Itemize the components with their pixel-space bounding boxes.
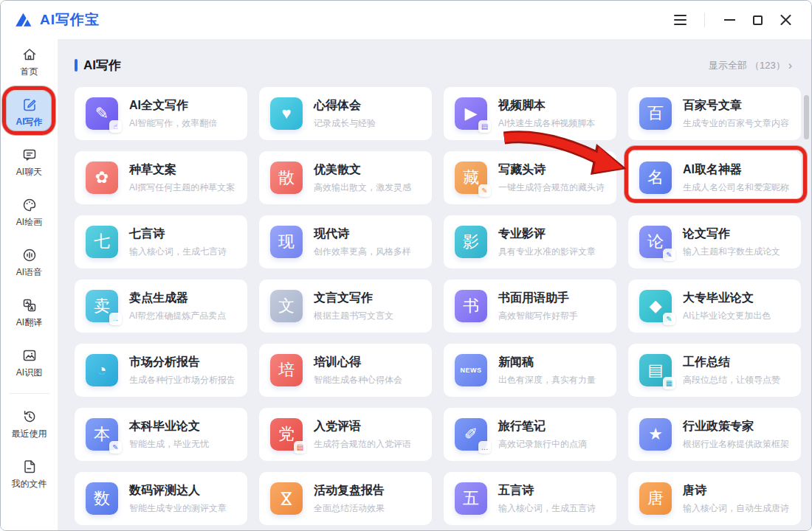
tool-card-11[interactable]: 论✎论文写作输入主题和字数生成论文 <box>628 215 801 268</box>
tool-card-text: 现代诗创作效率更高，风格多样 <box>314 226 411 258</box>
translate-icon <box>21 297 38 313</box>
sidebar-item-4[interactable]: AI语音 <box>6 241 53 284</box>
tool-card-subtitle: AI快速生成各种视频脚本 <box>498 117 595 130</box>
show-all-button[interactable]: 显示全部 （123） › <box>709 59 792 72</box>
sidebar-item-7[interactable]: 最近使用 <box>6 403 53 445</box>
chevron-right-icon: › <box>788 60 792 72</box>
show-all-label: 显示全部 <box>709 59 747 72</box>
tool-card-20[interactable]: 本✎本科毕业论文智能生成，毕业无忧 <box>75 408 247 461</box>
tool-card-10[interactable]: 影专业影评具有专业水准的影评文章 <box>444 215 616 268</box>
tool-icon: 数 <box>86 482 118 515</box>
tool-card-23[interactable]: ★行业政策专家根据行业名称提供政策框架 <box>628 408 801 461</box>
tool-card-25[interactable]: ⋈活动复盘报告全面总结活动效果 <box>259 472 432 525</box>
tool-card-27[interactable]: 唐唐诗输入核心词，自动生成唐诗 <box>628 472 801 525</box>
sidebar-item-6[interactable]: AI识图 <box>6 341 53 384</box>
tool-card-text: AI取名神器生成人名公司名和爱宠昵称 <box>683 162 789 194</box>
tool-card-title: 写藏头诗 <box>498 162 605 178</box>
tool-card-title: 市场分析报告 <box>129 355 235 370</box>
close-icon[interactable] <box>771 7 799 32</box>
file-icon <box>21 459 38 475</box>
tool-card-subtitle: 智能生成专业的测评文章 <box>129 502 227 515</box>
tool-icon: 文 <box>270 290 303 322</box>
tool-card-22[interactable]: ✐…旅行笔记高效记录旅行中的点滴 <box>444 408 616 461</box>
tool-card-subtitle: 创作效率更高，风格多样 <box>314 246 411 258</box>
tool-card-19[interactable]: ▤▦工作总结高段位总结，让领导点赞 <box>628 344 801 397</box>
tool-card-7[interactable]: 名AI取名神器生成人名公司名和爱宠昵称 <box>628 151 801 204</box>
tool-card-title: 七言诗 <box>129 226 227 242</box>
sidebar-item-label: AI识图 <box>16 367 42 379</box>
tool-badge-icon: ✎ <box>663 249 675 261</box>
tool-card-3[interactable]: 百百家号文章生成专业的百家号文章内容 <box>628 87 801 140</box>
tool-card-text: 新闻稿出色有深度，真实有力量 <box>498 355 596 386</box>
tool-card-14[interactable]: 书书面用语助手高效智能写作好帮手 <box>444 280 616 333</box>
tool-icon: 培 <box>270 354 303 386</box>
tool-card-text: 专业影评具有专业水准的影评文章 <box>498 226 596 258</box>
tool-card-13[interactable]: 文文言文写作根据主题书写文言文 <box>259 280 432 333</box>
tool-card-title: 入党评语 <box>314 419 411 434</box>
tool-card-24[interactable]: 数数码评测达人智能生成专业的测评文章 <box>75 472 247 525</box>
tool-icon: 现 <box>270 226 303 258</box>
tool-icon: NEWS <box>455 354 487 386</box>
app-logo-icon <box>14 10 33 30</box>
tool-icon: 卖→ <box>86 290 118 322</box>
sidebar-item-label: AI聊天 <box>16 166 42 178</box>
tool-card-5[interactable]: 散优美散文高效输出散文，激发灵感 <box>259 151 432 204</box>
tool-card-6[interactable]: 藏✎写藏头诗一键生成符合规范的藏头诗 <box>444 151 616 204</box>
maximize-icon[interactable] <box>743 7 771 32</box>
sidebar-item-1[interactable]: AI写作 <box>6 91 53 133</box>
accent-bar <box>75 59 78 72</box>
sidebar-item-0[interactable]: 首页 <box>6 41 53 83</box>
sidebar-item-label: AI写作 <box>16 116 43 128</box>
tool-card-text: 唐诗输入核心词，自动生成唐诗 <box>683 483 789 515</box>
write-icon <box>21 97 38 113</box>
menu-icon[interactable] <box>666 7 694 32</box>
tool-glyph: 七 <box>94 234 110 250</box>
paint-icon <box>21 197 38 213</box>
tool-card-subtitle: 高效记录旅行中的点滴 <box>498 438 587 451</box>
tool-badge-icon: ▤ <box>478 120 491 133</box>
tool-card-text: 文言文写作根据主题书写文言文 <box>314 291 393 322</box>
tool-card-title: 五言诗 <box>498 483 596 499</box>
tool-icon: ◔ <box>86 354 118 386</box>
sidebar-item-2[interactable]: AI聊天 <box>6 141 53 184</box>
sidebar-item-3[interactable]: AI绘画 <box>6 191 53 234</box>
tool-card-9[interactable]: 现现代诗创作效率更高，风格多样 <box>259 215 432 268</box>
tool-badge-icon: ▤ <box>294 441 306 454</box>
tool-glyph: 五 <box>463 490 479 507</box>
tool-card-subtitle: 输入核心词，生成七言诗 <box>129 246 227 258</box>
tool-card-18[interactable]: NEWS新闻稿出色有深度，真实有力量 <box>444 344 616 397</box>
tool-card-text: 工作总结高段位总结，让领导点赞 <box>683 355 780 386</box>
minimize-icon[interactable] <box>715 7 743 32</box>
scrollbar-thumb[interactable] <box>804 95 809 139</box>
tool-card-text: 活动复盘报告全面总结活动效果 <box>314 483 385 515</box>
tool-icon: 藏✎ <box>455 162 487 194</box>
tool-card-26[interactable]: 五五言诗输入核心词，生成五言诗 <box>444 472 616 525</box>
tool-card-0[interactable]: ✎☝AI全文写作AI智能写作，效率翻倍 <box>75 87 247 140</box>
tool-card-21[interactable]: 党▤入党评语生成符合规范的入党评语 <box>259 408 432 461</box>
tool-card-1[interactable]: ♥心得体会记录成长与经验 <box>259 87 432 140</box>
tool-card-subtitle: 高效智能写作好帮手 <box>498 310 578 322</box>
tool-card-16[interactable]: ◔市场分析报告生成各种行业市场分析报告 <box>75 344 247 397</box>
sidebar-item-label: 最近使用 <box>12 428 47 440</box>
tool-glyph: ✿ <box>95 170 109 186</box>
main-header: AI写作 显示全部 （123） › <box>58 39 811 74</box>
tool-card-8[interactable]: 七七言诗输入核心词，生成七言诗 <box>75 215 247 268</box>
tool-card-17[interactable]: 培培训心得智能生成各种心得体会 <box>259 344 432 397</box>
tool-glyph: ✐ <box>464 426 478 442</box>
tool-card-title: 旅行笔记 <box>498 419 587 434</box>
tool-card-4[interactable]: ✿种草文案AI撰写任何主题的种草文案 <box>75 151 247 204</box>
main-panel: AI写作 显示全部 （123） › ✎☝AI全文写作AI智能写作，效率翻倍♥心得… <box>58 39 811 530</box>
tool-card-text: 七言诗输入核心词，生成七言诗 <box>129 226 227 258</box>
tool-card-title: AI取名神器 <box>683 162 789 178</box>
tool-icon: 论✎ <box>639 226 672 258</box>
tool-card-2[interactable]: ▶▤视频脚本AI快速生成各种视频脚本 <box>444 87 616 140</box>
tool-card-15[interactable]: ◆✎大专毕业论文AI让毕业论文更加出色 <box>628 280 801 333</box>
sidebar-item-5[interactable]: AI翻译 <box>6 291 53 334</box>
tool-icon: ✿ <box>86 162 118 194</box>
sidebar-item-8[interactable]: 我的文件 <box>6 453 53 496</box>
tool-card-12[interactable]: 卖→卖点生成器AI帮您准确提炼产品卖点 <box>75 280 247 333</box>
sidebar-item-label: 我的文件 <box>12 478 47 490</box>
tool-glyph: ◆ <box>650 298 662 314</box>
tool-card-title: 种草文案 <box>129 162 235 178</box>
tool-icon: ★ <box>639 418 672 451</box>
